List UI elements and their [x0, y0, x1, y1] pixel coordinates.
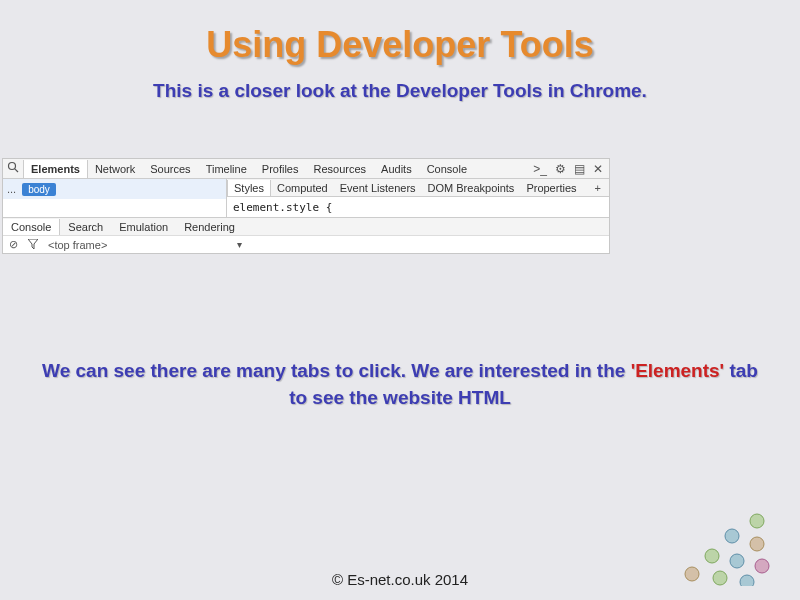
logo-graphic: [662, 506, 782, 590]
slide-subtitle: This is a closer look at the Developer T…: [0, 80, 800, 102]
svg-point-6: [730, 554, 744, 568]
drawer-tab-rendering[interactable]: Rendering: [176, 219, 243, 235]
chevron-down-icon[interactable]: ▾: [237, 239, 242, 250]
tab-audits[interactable]: Audits: [374, 160, 420, 178]
gear-icon[interactable]: ⚙: [555, 162, 566, 176]
svg-point-5: [705, 549, 719, 563]
styles-tab-dombreakpoints[interactable]: DOM Breakpoints: [422, 180, 521, 196]
devtools-main-tabs: Elements Network Sources Timeline Profil…: [23, 160, 533, 178]
styles-pane: Styles Computed Event Listeners DOM Brea…: [227, 179, 609, 199]
devtools-panel: Elements Network Sources Timeline Profil…: [2, 158, 610, 254]
console-filter-row: ⊘ <top frame> ▾: [3, 235, 609, 253]
svg-point-10: [740, 575, 754, 586]
body-text-pre: We can see there are many tabs to click.…: [42, 360, 631, 381]
drawer-tab-search[interactable]: Search: [60, 219, 111, 235]
tab-timeline[interactable]: Timeline: [199, 160, 255, 178]
devtools-main-row: ... body Styles Computed Event Listeners…: [3, 179, 609, 199]
tab-elements[interactable]: Elements: [23, 160, 88, 178]
breadcrumb-ellipsis[interactable]: ...: [7, 183, 16, 195]
svg-point-4: [750, 537, 764, 551]
drawer-icon[interactable]: >_: [533, 162, 547, 176]
styles-tab-computed[interactable]: Computed: [271, 180, 334, 196]
clear-console-icon[interactable]: ⊘: [9, 238, 18, 251]
tab-sources[interactable]: Sources: [143, 160, 198, 178]
drawer-tab-emulation[interactable]: Emulation: [111, 219, 176, 235]
svg-line-1: [15, 169, 18, 172]
styles-tab-properties[interactable]: Properties: [520, 180, 582, 196]
styles-tab-styles[interactable]: Styles: [227, 180, 271, 196]
dom-tree-area[interactable]: [3, 199, 227, 217]
dock-icon[interactable]: ▤: [574, 162, 585, 176]
devtools-topbar: Elements Network Sources Timeline Profil…: [3, 159, 609, 179]
tab-network[interactable]: Network: [88, 160, 143, 178]
breadcrumb-body[interactable]: body: [22, 183, 56, 196]
svg-point-0: [9, 163, 16, 170]
search-icon[interactable]: [3, 161, 23, 176]
devtools-controls: >_ ⚙ ▤ ✕: [533, 162, 609, 176]
frame-selector[interactable]: <top frame>: [48, 239, 107, 251]
svg-point-3: [725, 529, 739, 543]
breadcrumb: ... body: [3, 179, 227, 199]
drawer-tab-console[interactable]: Console: [3, 219, 60, 235]
body-description: We can see there are many tabs to click.…: [0, 358, 800, 411]
filter-icon[interactable]: [28, 239, 38, 251]
styles-tab-eventlisteners[interactable]: Event Listeners: [334, 180, 422, 196]
close-icon[interactable]: ✕: [593, 162, 603, 176]
tab-resources[interactable]: Resources: [306, 160, 374, 178]
slide-title: Using Developer Tools: [0, 0, 800, 66]
svg-point-2: [750, 514, 764, 528]
tab-console[interactable]: Console: [420, 160, 475, 178]
element-style-text: element.style {: [227, 199, 609, 217]
body-text-highlight: 'Elements': [631, 360, 725, 381]
svg-point-8: [685, 567, 699, 581]
styles-tabs: Styles Computed Event Listeners DOM Brea…: [227, 179, 609, 197]
svg-point-7: [755, 559, 769, 573]
add-style-icon[interactable]: +: [595, 182, 609, 194]
svg-point-9: [713, 571, 727, 585]
tab-profiles[interactable]: Profiles: [255, 160, 307, 178]
drawer-tabs: Console Search Emulation Rendering: [3, 217, 609, 235]
